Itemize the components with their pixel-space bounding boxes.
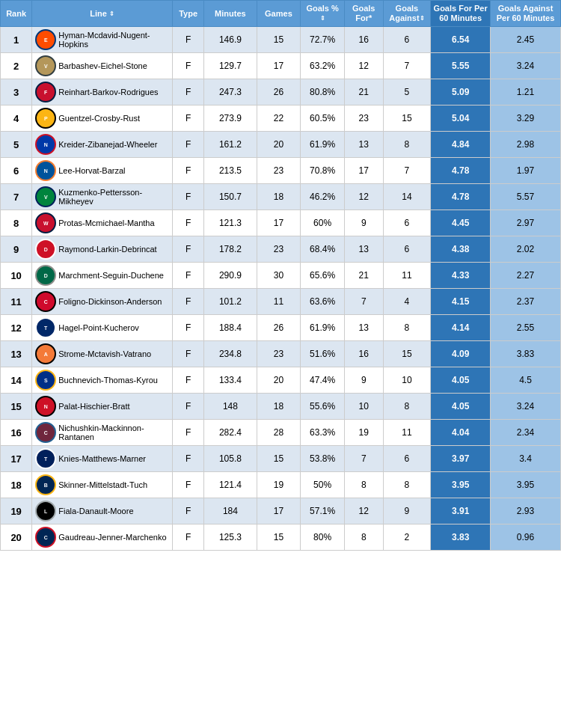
type-cell: F xyxy=(172,236,203,263)
goals-against-per60-cell: 2.97 xyxy=(491,210,561,236)
goals-for-per60-cell: 3.97 xyxy=(431,446,491,472)
goals-for-cell: 9 xyxy=(344,210,383,236)
line-name: Guentzel-Crosby-Rust xyxy=(58,114,140,123)
goals-for-per60-cell: 4.38 xyxy=(431,236,491,263)
sort-icon-goals-pct[interactable]: ⇕ xyxy=(320,15,325,22)
games-cell: 17 xyxy=(257,53,301,79)
goals-against-cell: 8 xyxy=(383,315,431,341)
line-cell: S Buchnevich-Thomas-Kyrou xyxy=(32,367,173,394)
games-cell: 18 xyxy=(257,184,301,210)
line-name: Marchment-Seguin-Duchene xyxy=(58,271,164,280)
type-cell: F xyxy=(172,394,203,420)
team-logo: W xyxy=(35,212,56,233)
sort-icon-line[interactable]: ⇕ xyxy=(109,10,114,17)
goals-against-per60-cell: 0.96 xyxy=(491,524,561,551)
line-cell: N Palat-Hischier-Bratt xyxy=(32,394,173,420)
table-row: 3 F Reinhart-Barkov-Rodrigues F 247.3 26… xyxy=(1,79,561,105)
games-cell: 23 xyxy=(257,158,301,184)
goals-against-cell: 2 xyxy=(383,524,431,551)
minutes-cell: 133.4 xyxy=(204,367,257,394)
goals-for-per60-cell: 4.84 xyxy=(431,132,491,158)
table-row: 10 D Marchment-Seguin-Duchene F 290.9 30… xyxy=(1,263,561,289)
goals-for-per60-cell: 5.09 xyxy=(431,79,491,105)
line-cell: V Barbashev-Eichel-Stone xyxy=(32,53,173,79)
goals-pct-cell: 63.2% xyxy=(301,53,345,79)
table-row: 17 T Knies-Matthews-Marner F 105.8 15 53… xyxy=(1,446,561,472)
rank-cell: 9 xyxy=(1,236,32,263)
team-logo: C xyxy=(35,422,56,443)
team-logo: B xyxy=(35,474,56,495)
sort-icon-goals-against[interactable]: ⇕ xyxy=(420,15,425,22)
type-cell: F xyxy=(172,367,203,394)
rank-cell: 14 xyxy=(1,367,32,394)
type-cell: F xyxy=(172,472,203,498)
minutes-cell: 105.8 xyxy=(204,446,257,472)
goals-against-cell: 14 xyxy=(383,184,431,210)
goals-against-per60-cell: 2.37 xyxy=(491,289,561,315)
goals-for-cell: 23 xyxy=(344,105,383,132)
line-cell: T Hagel-Point-Kucherov xyxy=(32,315,173,341)
goals-against-cell: 10 xyxy=(383,367,431,394)
games-cell: 19 xyxy=(257,472,301,498)
line-name: Lee-Horvat-Barzal xyxy=(58,166,125,175)
team-logo: L xyxy=(35,501,56,521)
minutes-cell: 150.7 xyxy=(204,184,257,210)
goals-for-per60-cell: 4.78 xyxy=(431,184,491,210)
table-row: 16 C Nichushkin-Mackinnon-Rantanen F 282… xyxy=(1,420,561,446)
col-goals-pct: Goals % ⇕ xyxy=(301,1,345,27)
goals-for-per60-cell: 4.05 xyxy=(431,367,491,394)
goals-against-cell: 6 xyxy=(383,446,431,472)
goals-against-cell: 6 xyxy=(383,210,431,236)
table-row: 4 P Guentzel-Crosby-Rust F 273.9 22 60.5… xyxy=(1,105,561,132)
line-name: Hyman-Mcdavid-Nugent-Hopkins xyxy=(58,31,171,49)
goals-against-per60-cell: 2.34 xyxy=(491,420,561,446)
goals-for-cell: 19 xyxy=(344,420,383,446)
goals-against-per60-cell: 2.55 xyxy=(491,315,561,341)
rank-cell: 15 xyxy=(1,394,32,420)
rank-cell: 5 xyxy=(1,132,32,158)
games-cell: 26 xyxy=(257,315,301,341)
goals-pct-cell: 80% xyxy=(301,524,345,551)
team-logo: N xyxy=(35,396,56,417)
stats-table: Rank Line ⇕ Type Minutes Games Goals % ⇕… xyxy=(0,0,561,551)
rank-cell: 12 xyxy=(1,315,32,341)
rank-cell: 7 xyxy=(1,184,32,210)
line-name: Knies-Matthews-Marner xyxy=(58,454,146,463)
goals-for-per60-cell: 4.14 xyxy=(431,315,491,341)
line-cell: C Gaudreau-Jenner-Marchenko xyxy=(32,524,173,551)
goals-pct-cell: 63.3% xyxy=(301,420,345,446)
table-row: 13 A Strome-Mctavish-Vatrano F 234.8 23 … xyxy=(1,341,561,367)
type-cell: F xyxy=(172,289,203,315)
goals-for-per60-cell: 4.78 xyxy=(431,158,491,184)
type-cell: F xyxy=(172,158,203,184)
rank-cell: 3 xyxy=(1,79,32,105)
col-rank: Rank xyxy=(1,1,32,27)
goals-for-cell: 7 xyxy=(344,289,383,315)
team-logo: A xyxy=(35,343,56,364)
goals-against-cell: 15 xyxy=(383,341,431,367)
goals-against-per60-cell: 3.24 xyxy=(491,53,561,79)
goals-against-per60-cell: 1.97 xyxy=(491,158,561,184)
line-name: Fiala-Danault-Moore xyxy=(58,507,133,516)
goals-pct-cell: 61.9% xyxy=(301,132,345,158)
minutes-cell: 146.9 xyxy=(204,27,257,53)
goals-against-per60-cell: 2.98 xyxy=(491,132,561,158)
games-cell: 15 xyxy=(257,524,301,551)
line-name: Skinner-Mittelstadt-Tuch xyxy=(58,480,147,489)
rank-cell: 6 xyxy=(1,158,32,184)
goals-pct-cell: 57.1% xyxy=(301,498,345,524)
table-row: 14 S Buchnevich-Thomas-Kyrou F 133.4 20 … xyxy=(1,367,561,394)
type-cell: F xyxy=(172,420,203,446)
minutes-cell: 125.3 xyxy=(204,524,257,551)
goals-for-per60-cell: 3.83 xyxy=(431,524,491,551)
goals-against-cell: 9 xyxy=(383,498,431,524)
goals-against-per60-cell: 3.24 xyxy=(491,394,561,420)
col-goals-for-per60: Goals For Per 60 Minutes xyxy=(431,1,491,27)
line-name: Protas-Mcmichael-Mantha xyxy=(58,218,154,227)
goals-for-cell: 12 xyxy=(344,184,383,210)
col-type: Type xyxy=(172,1,203,27)
line-cell: W Protas-Mcmichael-Mantha xyxy=(32,210,173,236)
type-cell: F xyxy=(172,524,203,551)
goals-against-cell: 8 xyxy=(383,472,431,498)
goals-pct-cell: 47.4% xyxy=(301,367,345,394)
